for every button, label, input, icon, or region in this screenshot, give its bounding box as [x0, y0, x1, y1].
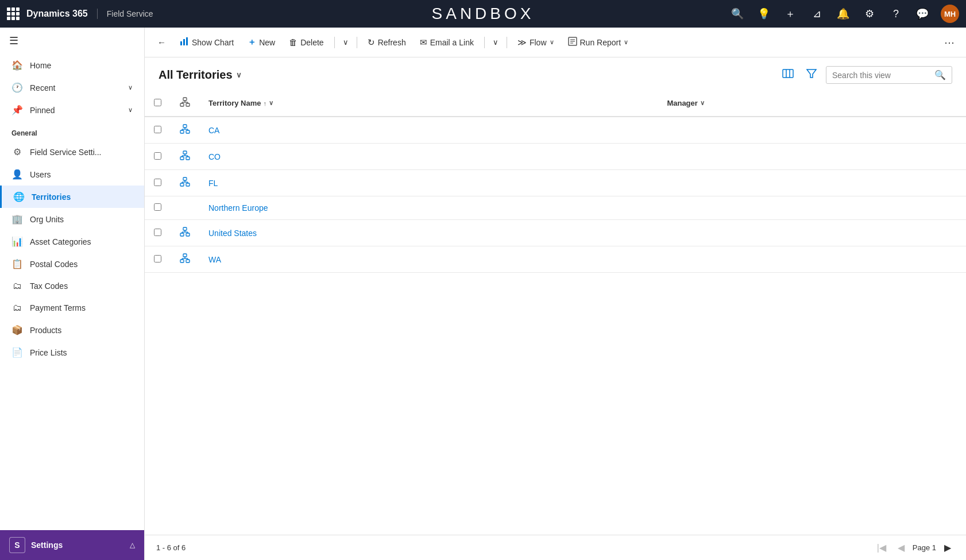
select-all-checkbox-header[interactable] [145, 90, 171, 117]
territory-link-fl[interactable]: FL [208, 179, 218, 188]
delete-dropdown-button[interactable]: ∨ [339, 34, 352, 50]
sidebar-item-postal-codes[interactable]: 📋 Postal Codes [0, 253, 144, 275]
sidebar-item-products[interactable]: 📦 Products [0, 319, 144, 341]
territory-icon [180, 253, 190, 264]
new-button[interactable]: ＋ New [242, 33, 281, 51]
chat-icon-btn[interactable]: 💬 [914, 6, 930, 22]
manager-header[interactable]: Manager ∨ [658, 90, 966, 117]
checkbox-co[interactable] [154, 152, 161, 160]
sidebar-item-territories[interactable]: 🌐 Territories [0, 186, 144, 208]
user-avatar[interactable]: MH [941, 5, 959, 23]
sidebar-item-pinned[interactable]: 📌 Pinned ∨ [0, 99, 144, 121]
help-icon-btn[interactable]: ? [888, 6, 904, 22]
search-icon-btn[interactable]: 🔍 [729, 6, 745, 22]
sidebar-item-org-units[interactable]: 🏢 Org Units [0, 208, 144, 230]
sidebar-item-users[interactable]: 👤 Users [0, 163, 144, 186]
sidebar-item-recent[interactable]: 🕐 Recent ∨ [0, 76, 144, 99]
territory-link-wa[interactable]: WA [208, 255, 221, 264]
chart-icon [180, 37, 189, 48]
dropdown-chevron-icon: ∨ [343, 38, 349, 47]
row-checkbox-wa[interactable] [145, 246, 171, 273]
prev-page-button[interactable]: ◀ [894, 540, 908, 555]
bell-icon-btn[interactable]: 🔔 [835, 6, 851, 22]
show-chart-button[interactable]: Show Chart [174, 33, 239, 51]
sidebar-item-label-asset-categories: Asset Categories [30, 237, 91, 246]
run-report-chevron-icon: ∨ [624, 38, 628, 46]
manager-label: Manager [667, 99, 697, 107]
search-input[interactable] [832, 71, 931, 80]
view-title[interactable]: All Territories ∨ [159, 68, 242, 82]
view-header: All Territories ∨ [145, 57, 966, 90]
territory-link-ne[interactable]: Northern Europe [208, 203, 268, 213]
settings-label: Settings [31, 540, 63, 550]
sidebar-item-payment-terms[interactable]: 🗂 Payment Terms [0, 297, 144, 319]
sidebar-item-tax-codes[interactable]: 🗂 Tax Codes [0, 275, 144, 297]
sort-chevron-icon[interactable]: ∨ [269, 99, 273, 107]
delete-button[interactable]: 🗑 Delete [283, 34, 329, 51]
checkbox-fl[interactable] [154, 179, 161, 186]
back-button[interactable]: ← [152, 34, 172, 51]
waffle-menu[interactable] [7, 7, 20, 20]
table-row: CO [145, 144, 966, 170]
plus-icon-btn[interactable]: ＋ [782, 6, 798, 22]
sidebar-item-label-fss: Field Service Setti... [30, 148, 102, 157]
run-report-button[interactable]: Run Report ∨ [562, 33, 635, 51]
sidebar-item-price-lists[interactable]: 📄 Price Lists [0, 341, 144, 364]
sidebar-item-label-org-units: Org Units [30, 215, 64, 224]
sidebar-item-asset-categories[interactable]: 📊 Asset Categories [0, 230, 144, 253]
flow-label: Flow [530, 38, 547, 47]
row-name-fl: FL [199, 170, 658, 196]
email-link-label: Email a Link [430, 38, 474, 47]
show-chart-label: Show Chart [192, 38, 234, 47]
sidebar-item-home[interactable]: 🏠 Home [0, 54, 144, 76]
territory-name-header[interactable]: Territory Name ↑ ∨ [199, 90, 658, 117]
refresh-button[interactable]: ↻ Refresh [362, 34, 412, 51]
row-icon-fl [171, 170, 199, 196]
sidebar-toggle[interactable]: ☰ [0, 28, 144, 54]
next-page-button[interactable]: ▶ [941, 540, 955, 555]
territory-link-ca[interactable]: CA [208, 126, 219, 135]
svg-rect-34 [186, 183, 190, 186]
settings-icon-btn[interactable]: ⚙ [861, 6, 878, 22]
email-link-button[interactable]: ✉ Email a Link [414, 34, 480, 51]
checkbox-wa[interactable] [154, 255, 161, 262]
row-name-us: United States [199, 220, 658, 246]
filter-icon-btn[interactable]: ⊿ [809, 6, 825, 22]
brand-name[interactable]: Dynamics 365 [26, 9, 98, 19]
sidebar-item-field-service-settings[interactable]: ⚙ Field Service Setti... [0, 141, 144, 163]
checkbox-ca[interactable] [154, 126, 161, 133]
hamburger-icon[interactable]: ☰ [9, 34, 18, 47]
territory-link-us[interactable]: United States [208, 229, 257, 238]
checkbox-us[interactable] [154, 229, 161, 236]
first-page-button[interactable]: |◀ [874, 540, 890, 555]
row-checkbox-us[interactable] [145, 220, 171, 246]
more-options-button[interactable]: ⋯ [940, 34, 959, 51]
command-divider-2 [357, 37, 357, 48]
row-checkbox-co[interactable] [145, 144, 171, 170]
org-units-icon: 🏢 [11, 214, 23, 225]
row-checkbox-fl[interactable] [145, 170, 171, 196]
email-dropdown-button[interactable]: ∨ [489, 34, 502, 50]
lightbulb-icon-btn[interactable]: 💡 [756, 6, 772, 22]
svg-rect-2 [186, 37, 188, 45]
checkbox-ne[interactable] [154, 203, 161, 211]
select-all-checkbox[interactable] [154, 99, 161, 106]
sidebar-footer-settings[interactable]: S Settings △ [0, 530, 144, 560]
search-icon[interactable]: 🔍 [934, 69, 946, 80]
territory-link-co[interactable]: CO [208, 152, 221, 161]
home-icon: 🏠 [11, 60, 23, 71]
row-manager-us [658, 220, 966, 246]
row-checkbox-ca[interactable] [145, 117, 171, 144]
nav-right: 🔍 💡 ＋ ⊿ 🔔 ⚙ ? 💬 MH [729, 5, 959, 23]
svg-rect-1 [183, 39, 185, 45]
row-checkbox-ne[interactable] [145, 196, 171, 220]
app-name[interactable]: Field Service [107, 9, 153, 18]
table-header: Territory Name ↑ ∨ Manager ∨ [145, 90, 966, 117]
flow-button[interactable]: ≫ Flow ∨ [512, 34, 560, 51]
content-area: ← Show Chart ＋ New 🗑 Delete [145, 28, 966, 560]
recent-icon: 🕐 [11, 82, 23, 93]
manager-chevron-icon[interactable]: ∨ [700, 99, 705, 107]
view-columns-button[interactable] [779, 65, 797, 84]
filter-view-button[interactable] [803, 66, 820, 84]
sidebar-item-label-price-lists: Price Lists [30, 348, 67, 357]
